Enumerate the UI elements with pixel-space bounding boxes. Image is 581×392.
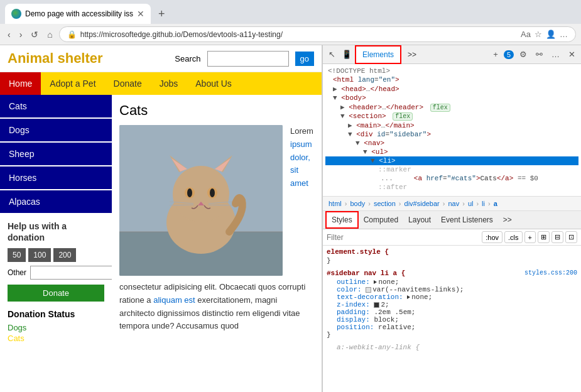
tree-ul[interactable]: ▼ <ul> bbox=[325, 148, 578, 156]
svg-point-11 bbox=[187, 188, 192, 197]
sidebar-item-alpacas[interactable]: Alpacas bbox=[0, 190, 112, 213]
main-area: Animal shelter Search go Home Adopt a Pe… bbox=[0, 45, 581, 392]
site-nav: Home Adopt a Pet Donate Jobs About Us bbox=[0, 72, 322, 95]
issues-badge[interactable]: 5 bbox=[504, 50, 514, 59]
tree-body[interactable]: ▼ <body> bbox=[325, 94, 578, 102]
active-tab[interactable]: Demo page with accessibility iss ✕ bbox=[5, 4, 151, 24]
devtools-phone-btn[interactable]: 📱 bbox=[339, 48, 355, 61]
main-heading: Cats bbox=[119, 102, 314, 119]
tree-section[interactable]: ▼ <section> flex bbox=[325, 112, 578, 121]
home-button[interactable]: ⌂ bbox=[45, 27, 55, 42]
filter-icon2[interactable]: ⊟ bbox=[551, 231, 563, 243]
styles-tab-more[interactable]: >> bbox=[498, 212, 517, 227]
devtools-tab-more[interactable]: >> bbox=[401, 46, 423, 63]
profile-icon[interactable]: 👤 bbox=[546, 30, 556, 39]
donation-status-title: Donation Status bbox=[8, 309, 104, 319]
bc-ul[interactable]: ul bbox=[466, 199, 475, 209]
bc-section[interactable]: section bbox=[372, 199, 398, 209]
devtools-share-btn[interactable]: ⚯ bbox=[533, 48, 546, 61]
devtools-more-btn[interactable]: … bbox=[548, 48, 563, 61]
more-icon[interactable]: … bbox=[560, 30, 568, 39]
donate-button[interactable]: Donate bbox=[8, 285, 104, 302]
amount-200[interactable]: 200 bbox=[53, 248, 76, 262]
css-prop-color: color: var(--navitems-links); bbox=[327, 286, 577, 293]
amount-50[interactable]: 50 bbox=[8, 248, 26, 262]
sidebar-item-cats[interactable]: Cats bbox=[0, 95, 112, 117]
bc-html[interactable]: html bbox=[327, 199, 344, 209]
address-bar: ‹ › ↺ ⌂ 🔒 https://microsoftedge.github.i… bbox=[0, 24, 581, 45]
address-input-container[interactable]: 🔒 https://microsoftedge.github.io/Demos/… bbox=[59, 26, 576, 42]
lorem-text: Lorem bbox=[290, 126, 313, 136]
styles-tab-event-listeners[interactable]: Event Listeners bbox=[436, 212, 498, 227]
bc-body[interactable]: body bbox=[348, 199, 367, 209]
styles-tab-layout[interactable]: Layout bbox=[403, 212, 436, 227]
bc-a[interactable]: a bbox=[492, 199, 499, 209]
tree-main[interactable]: ▶ <main>…</main> bbox=[325, 121, 578, 130]
new-tab-button[interactable]: + bbox=[153, 5, 170, 23]
css-rule-sidebar-nav: #sidebar nav li a { styles.css:200 outli… bbox=[327, 270, 577, 339]
filter-add-btn[interactable]: + bbox=[524, 231, 536, 243]
search-input[interactable] bbox=[207, 51, 289, 67]
tab-close-button[interactable]: ✕ bbox=[137, 9, 144, 19]
tree-head[interactable]: ▶ <head>…</head> bbox=[325, 84, 578, 94]
bc-div-sidebar[interactable]: div#sidebar bbox=[403, 199, 442, 209]
nav-donate[interactable]: Donate bbox=[105, 72, 151, 95]
search-button[interactable]: go bbox=[295, 52, 314, 66]
nav-home[interactable]: Home bbox=[0, 72, 41, 95]
tree-doctype[interactable]: <!DOCTYPE html> bbox=[325, 67, 578, 75]
css-prop-z-index: z-index: 2; bbox=[327, 301, 577, 308]
nav-jobs[interactable]: Jobs bbox=[151, 72, 187, 95]
donation-amounts: 50 100 200 bbox=[8, 248, 104, 262]
devtools-add-btn[interactable]: + bbox=[490, 48, 501, 61]
devtools-cursor-btn[interactable]: ↖ bbox=[325, 48, 339, 61]
sidebar-item-sheep[interactable]: Sheep bbox=[0, 143, 112, 165]
tree-header[interactable]: ▶ <header>…</header> flex bbox=[325, 102, 578, 112]
back-button[interactable]: ‹ bbox=[5, 27, 13, 42]
other-row: Other bbox=[8, 266, 104, 280]
css-prop-position: position: relative; bbox=[327, 324, 577, 331]
cat-image bbox=[119, 125, 283, 276]
tree-div-sidebar[interactable]: ▼ <div id="sidebar"> bbox=[325, 130, 578, 139]
bc-nav[interactable]: nav bbox=[446, 199, 461, 209]
reader-icon[interactable]: Aa bbox=[521, 30, 531, 39]
nav-about[interactable]: About Us bbox=[187, 72, 241, 95]
css-agent-hint: a:-webkit-any-link { bbox=[327, 344, 577, 351]
tree-html[interactable]: <html lang="en"> bbox=[325, 75, 578, 84]
website-panel: Animal shelter Search go Home Adopt a Pe… bbox=[0, 45, 322, 392]
devtools-tabs-bar: ↖ 📱 Elements >> + 5 ⚙ ⚯ … ✕ bbox=[323, 45, 581, 64]
css-selector-sidebar-nav: #sidebar nav li a { bbox=[327, 270, 405, 277]
tree-after[interactable]: ::after bbox=[325, 183, 578, 192]
filter-icon3[interactable]: ⊡ bbox=[565, 231, 577, 243]
refresh-button[interactable]: ↺ bbox=[28, 27, 41, 42]
filter-input[interactable] bbox=[327, 233, 479, 242]
filter-hov-btn[interactable]: :hov bbox=[482, 231, 502, 243]
filter-icon1[interactable]: ⊞ bbox=[538, 231, 550, 243]
nav-adopt[interactable]: Adopt a Pet bbox=[41, 72, 104, 95]
css-source-link[interactable]: styles.css:200 bbox=[524, 270, 577, 278]
devtools-close-btn[interactable]: ✕ bbox=[565, 48, 578, 61]
filter-cls-btn[interactable]: .cls bbox=[504, 231, 523, 243]
filter-buttons: :hov .cls + ⊞ ⊟ ⊡ bbox=[482, 231, 577, 243]
elements-tree[interactable]: <!DOCTYPE html> <html lang="en"> ▶ <head… bbox=[323, 64, 581, 196]
devtools-tab-elements[interactable]: Elements bbox=[355, 45, 401, 64]
styles-tab-styles[interactable]: Styles bbox=[325, 211, 359, 229]
tree-nav[interactable]: ▼ <nav> bbox=[325, 139, 578, 148]
tree-a-cats[interactable]: ... <a href="#cats">Cats</a> == $0 bbox=[325, 174, 578, 183]
amount-100[interactable]: 100 bbox=[28, 248, 51, 262]
tab-title: Demo page with accessibility iss bbox=[25, 9, 133, 18]
tree-marker[interactable]: ::marker bbox=[325, 165, 578, 174]
css-prop-padding: padding: .2em .5em; bbox=[327, 308, 577, 316]
styles-tab-computed[interactable]: Computed bbox=[359, 212, 403, 227]
site-title: Animal shelter bbox=[8, 50, 168, 67]
sidebar-item-horses[interactable]: Horses bbox=[0, 166, 112, 189]
css-rules: element.style { } #sidebar nav li a { st… bbox=[323, 246, 581, 354]
devtools-settings-btn[interactable]: ⚙ bbox=[516, 48, 530, 61]
sidebar-item-dogs[interactable]: Dogs bbox=[0, 119, 112, 141]
tab-bar: Demo page with accessibility iss ✕ + bbox=[0, 0, 581, 24]
other-amount-input[interactable] bbox=[30, 266, 112, 280]
svg-point-4 bbox=[173, 166, 229, 222]
bookmark-icon[interactable]: ☆ bbox=[535, 30, 542, 39]
tree-li[interactable]: ▼ <li> bbox=[325, 156, 578, 165]
bc-li[interactable]: li bbox=[480, 199, 487, 209]
forward-button[interactable]: › bbox=[17, 27, 25, 42]
